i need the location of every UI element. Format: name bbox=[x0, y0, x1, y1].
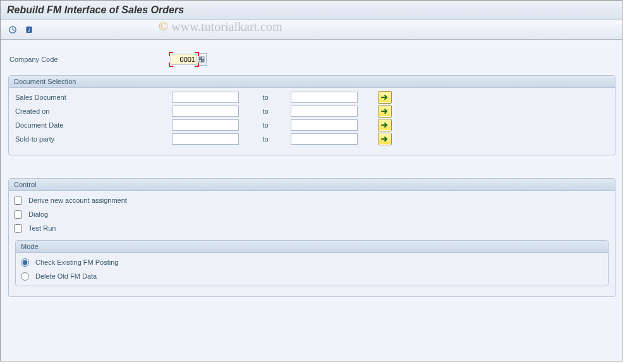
mode-delete-radio[interactable] bbox=[21, 272, 29, 281]
svg-rect-5 bbox=[199, 57, 202, 59]
control-group: Control Derive new account assignment Di… bbox=[8, 178, 616, 297]
document-date-to-input[interactable] bbox=[291, 119, 358, 131]
to-label: to bbox=[240, 94, 291, 101]
testrun-checkbox[interactable] bbox=[14, 224, 22, 233]
sales-document-from-input[interactable] bbox=[172, 92, 239, 103]
to-label: to bbox=[240, 121, 291, 129]
dialog-checkbox[interactable] bbox=[14, 210, 22, 219]
toolbar: i bbox=[1, 20, 622, 40]
document-selection-group: Document Selection Sales Document to Cre… bbox=[8, 75, 616, 155]
company-code-f4-button[interactable] bbox=[197, 53, 207, 66]
document-date-label: Document Date bbox=[14, 121, 176, 129]
sold-to-party-multi-button[interactable] bbox=[378, 133, 392, 145]
mode-title: Mode bbox=[16, 241, 608, 253]
sales-document-to-input[interactable] bbox=[291, 92, 358, 103]
derive-label: Derive new account assignment bbox=[28, 197, 127, 204]
document-date-from-input[interactable] bbox=[172, 119, 239, 131]
mode-check-radio[interactable] bbox=[21, 258, 29, 267]
document-date-multi-button[interactable] bbox=[378, 119, 392, 131]
execute-button[interactable] bbox=[6, 23, 20, 37]
svg-rect-7 bbox=[199, 60, 202, 63]
control-title: Control bbox=[9, 179, 615, 191]
sold-to-party-from-input[interactable] bbox=[172, 133, 239, 145]
created-on-label: Created on bbox=[14, 107, 176, 115]
testrun-checkbox-row[interactable]: Test Run bbox=[14, 221, 610, 235]
mode-delete-row[interactable]: Delete Old FM Data bbox=[21, 269, 603, 283]
mode-check-label: Check Existing FM Posting bbox=[35, 258, 118, 266]
svg-rect-6 bbox=[202, 57, 205, 59]
dialog-checkbox-row[interactable]: Dialog bbox=[14, 207, 610, 221]
arrow-right-icon bbox=[381, 94, 389, 100]
arrow-right-icon bbox=[381, 108, 389, 114]
sold-to-party-label: Sold-to party bbox=[14, 135, 176, 143]
document-selection-title: Document Selection bbox=[9, 76, 615, 88]
testrun-label: Test Run bbox=[28, 224, 56, 232]
svg-line-2 bbox=[13, 30, 15, 31]
arrow-right-icon bbox=[381, 122, 389, 128]
derive-checkbox-row[interactable]: Derive new account assignment bbox=[14, 193, 610, 207]
mode-delete-label: Delete Old FM Data bbox=[35, 272, 97, 280]
created-on-multi-button[interactable] bbox=[378, 105, 392, 118]
mode-group: Mode Check Existing FM Posting Delete Ol… bbox=[15, 240, 609, 286]
sold-to-party-to-input[interactable] bbox=[291, 133, 358, 145]
dialog-label: Dialog bbox=[28, 210, 48, 218]
sales-document-label: Sales Document bbox=[14, 94, 176, 101]
created-on-to-input[interactable] bbox=[291, 106, 358, 117]
company-code-label: Company Code bbox=[8, 56, 171, 63]
mode-check-row[interactable]: Check Existing FM Posting bbox=[21, 255, 603, 269]
created-on-from-input[interactable] bbox=[172, 106, 239, 117]
to-label: to bbox=[240, 107, 291, 115]
svg-rect-8 bbox=[202, 60, 205, 63]
to-label: to bbox=[240, 135, 291, 143]
page-title: Rebuild FM Interface of Sales Orders bbox=[1, 1, 622, 20]
company-code-input[interactable] bbox=[171, 54, 197, 65]
info-button[interactable]: i bbox=[22, 23, 36, 37]
derive-checkbox[interactable] bbox=[14, 197, 22, 205]
arrow-right-icon bbox=[381, 136, 389, 142]
sales-document-multi-button[interactable] bbox=[378, 91, 392, 104]
